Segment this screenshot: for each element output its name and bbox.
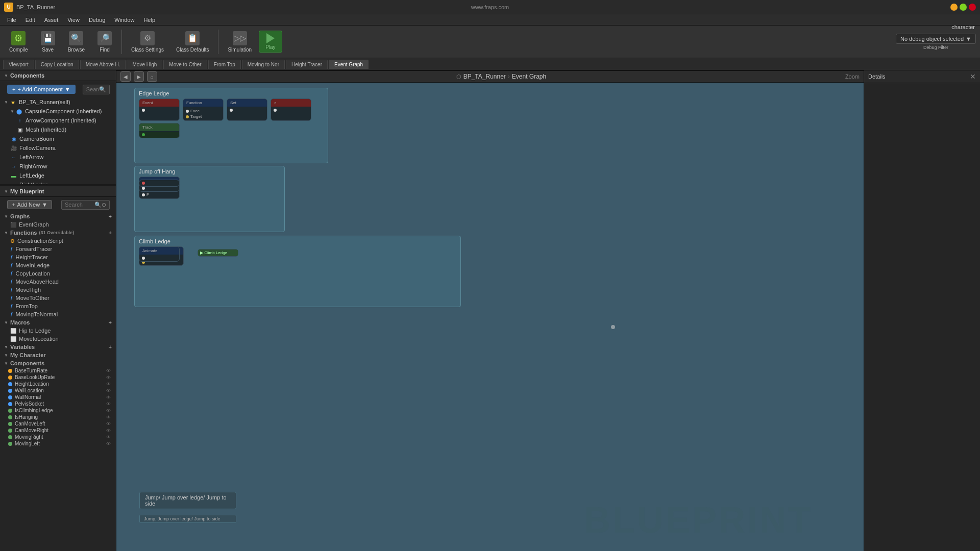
maximize-button[interactable] xyxy=(960,4,967,11)
var-action-eye11[interactable]: 👁 xyxy=(105,435,112,440)
var-action-eye2[interactable]: 👁 xyxy=(105,375,112,380)
func-forward-tracer[interactable]: ƒ ForwardTracer xyxy=(0,245,116,253)
var-action-eye8[interactable]: 👁 xyxy=(105,415,112,420)
tree-item-left-arrow[interactable]: ← LeftArrow xyxy=(0,153,116,162)
menu-window[interactable]: Window xyxy=(110,16,138,24)
func-move-above-head[interactable]: ƒ MoveAboveHead xyxy=(0,278,116,286)
tab-moving-to-nor[interactable]: Moving to Nor xyxy=(242,60,285,69)
tab-move-above[interactable]: Move Above H. xyxy=(80,60,126,69)
functions-add-icon[interactable]: + xyxy=(109,230,112,236)
menu-edit[interactable]: Edit xyxy=(21,16,39,24)
node-func-1[interactable]: Function Exec Target xyxy=(183,98,224,121)
graphs-add-icon[interactable]: + xyxy=(109,213,112,219)
var-action-eye5[interactable]: 👁 xyxy=(105,395,112,400)
add-new-button[interactable]: + Add New ▼ xyxy=(7,200,52,209)
tab-move-to-other[interactable]: Move to Other xyxy=(163,60,207,69)
tree-item-right-ledge[interactable]: ▬ RightLedge xyxy=(0,180,116,184)
var-can-move-right[interactable]: CanMoveRight 👁 xyxy=(0,427,116,434)
var-action-eye4[interactable]: 👁 xyxy=(105,388,112,393)
components-group[interactable]: ▼ Components xyxy=(0,359,116,367)
close-button[interactable] xyxy=(969,4,976,11)
tab-height-tracer[interactable]: Height Tracer xyxy=(286,60,328,69)
node-climb-call[interactable]: ▶ Climb Ledge xyxy=(198,249,238,257)
macros-section-header[interactable]: ▼ Macros + xyxy=(0,318,116,327)
tree-item-right-arrow[interactable]: → RightArrow xyxy=(0,162,116,171)
func-moving-to-normal[interactable]: ƒ MovingToNormal xyxy=(0,310,116,318)
home-button[interactable]: ⌂ xyxy=(147,71,157,82)
bottom-jump-comment[interactable]: Jump/ Jump over ledge/ Jump to side xyxy=(139,492,236,509)
blueprint-search-input[interactable] xyxy=(65,202,94,208)
canvas-area[interactable]: BLUEPRINT Edge Ledge Event Function xyxy=(116,83,864,551)
var-base-turn-rate[interactable]: BaseTurnRate 👁 xyxy=(0,367,116,374)
my-blueprint-header[interactable]: ▼ My Blueprint xyxy=(0,186,116,197)
graphs-section-header[interactable]: ▼ Graphs + xyxy=(0,212,116,220)
minimize-button[interactable] xyxy=(950,4,958,11)
var-action-eye6[interactable]: 👁 xyxy=(105,402,112,407)
graph-event-graph[interactable]: ⬛ EventGraph xyxy=(0,220,116,229)
var-is-climbing-ledge[interactable]: IsClimbingLedge 👁 xyxy=(0,407,116,414)
functions-section-header[interactable]: ▼ Functions (31 Overridable) + xyxy=(0,229,116,237)
func-move-in-ledge[interactable]: ƒ MoveInLedge xyxy=(0,261,116,269)
tab-copy-location[interactable]: Copy Location xyxy=(35,60,79,69)
func-copy-location[interactable]: ƒ CopyLocation xyxy=(0,269,116,278)
var-action-eye3[interactable]: 👁 xyxy=(105,382,112,387)
tab-viewport[interactable]: Viewport xyxy=(3,60,34,69)
blueprint-search-bar[interactable]: 🔍 ⊙ xyxy=(61,200,110,210)
tab-from-top[interactable]: From Top xyxy=(208,60,241,69)
class-settings-button[interactable]: ⚙ Class Settings xyxy=(126,29,169,55)
variables-section-header[interactable]: ▼ Variables + xyxy=(0,343,116,351)
var-moving-right[interactable]: MovingRight 👁 xyxy=(0,434,116,440)
node-event-red[interactable]: Event xyxy=(139,98,180,121)
save-button[interactable]: 💾 Save xyxy=(35,29,61,55)
back-button[interactable]: ◀ xyxy=(120,71,131,82)
var-action-eye[interactable]: 👁 xyxy=(105,368,112,373)
compile-button[interactable]: ⚙ Compile xyxy=(4,29,33,55)
var-action-eye9[interactable]: 👁 xyxy=(105,421,112,427)
node-climb-final[interactable]: Animate xyxy=(139,246,180,262)
comment-edge-ledge[interactable]: Edge Ledge Event Function Exec xyxy=(134,88,328,163)
comment-jump-off-hang[interactable]: Jump off Hang Event Branch T F xyxy=(134,166,285,232)
func-from-top[interactable]: ƒ FromTop xyxy=(0,302,116,310)
node-func-2[interactable]: Set xyxy=(227,98,267,121)
macro-hip-to-ledge[interactable]: ⬜ Hip to Ledge xyxy=(0,327,116,335)
tree-item-mesh[interactable]: ▣ Mesh (Inherited) xyxy=(0,125,116,134)
func-move-to-other[interactable]: ƒ MoveToOther xyxy=(0,294,116,302)
comment-climb-ledge[interactable]: Climb Ledge Event Set xyxy=(134,236,461,307)
variables-add-icon[interactable]: + xyxy=(109,344,112,350)
tree-item-arrow[interactable]: ↑ ArrowComponent (Inherited) xyxy=(0,116,116,125)
node-jump-red[interactable] xyxy=(139,180,180,187)
tree-item-left-ledge[interactable]: ▬ LeftLedge xyxy=(0,171,116,180)
var-base-look-up-rate[interactable]: BaseLookUpRate 👁 xyxy=(0,374,116,381)
my-character-group[interactable]: ▼ My Character xyxy=(0,351,116,359)
forward-button[interactable]: ▶ xyxy=(134,71,144,82)
macros-add-icon[interactable]: + xyxy=(109,319,112,325)
var-moving-left[interactable]: MovingLeft 👁 xyxy=(0,440,116,447)
component-search-input[interactable] xyxy=(86,86,99,92)
node-end[interactable]: × xyxy=(271,98,311,121)
var-action-eye10[interactable]: 👁 xyxy=(105,428,112,433)
func-height-tracer[interactable]: ƒ HeightTracer xyxy=(0,253,116,261)
tab-move-high[interactable]: Move High xyxy=(127,60,162,69)
func-move-high[interactable]: ƒ MoveHigh xyxy=(0,286,116,294)
var-action-eye7[interactable]: 👁 xyxy=(105,408,112,413)
var-wall-location[interactable]: WallLocation 👁 xyxy=(0,387,116,394)
func-construction-script[interactable]: ⚙ ConstructionScript xyxy=(0,237,116,245)
debug-dropdown[interactable]: No debug object selected ▼ xyxy=(896,34,976,44)
tree-item-camera-boom[interactable]: ◉ CameraBoom xyxy=(0,134,116,143)
browse-button[interactable]: 🔍 Browse xyxy=(63,29,90,55)
var-action-eye12[interactable]: 👁 xyxy=(105,441,112,446)
tree-item-capsule[interactable]: ▼ ⬤ CapsuleComponent (Inherited) xyxy=(0,107,116,116)
find-button[interactable]: 🔎 Find xyxy=(92,29,117,55)
var-pelvis-socket[interactable]: PelvisSocket 👁 xyxy=(0,400,116,407)
node-green-2[interactable]: Track xyxy=(139,123,180,138)
menu-file[interactable]: File xyxy=(3,16,20,24)
tree-item-follow-camera[interactable]: 🎥 FollowCamera xyxy=(0,143,116,153)
class-defaults-button[interactable]: 📋 Class Defaults xyxy=(171,29,214,55)
var-is-hanging[interactable]: IsHanging 👁 xyxy=(0,414,116,420)
simulation-button[interactable]: ▷▷ Simulation xyxy=(223,29,257,55)
var-wall-normal[interactable]: WallNormal 👁 xyxy=(0,394,116,400)
menu-asset[interactable]: Asset xyxy=(40,16,63,24)
details-close-icon[interactable]: ✕ xyxy=(970,72,976,81)
macro-move-to-location[interactable]: ⬜ MovetoLocation xyxy=(0,335,116,343)
tree-item-self[interactable]: ▼ ★ BP_TA_Runner(self) xyxy=(0,97,116,107)
